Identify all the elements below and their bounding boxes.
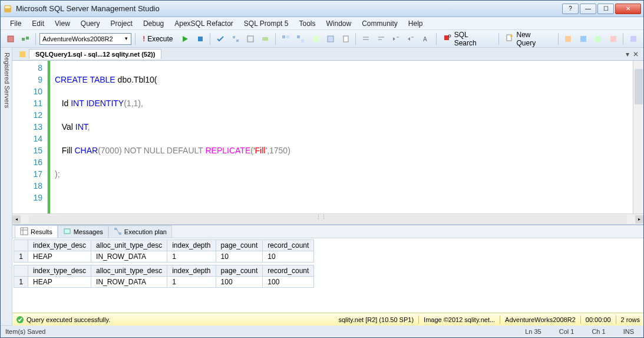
separator <box>355 33 356 45</box>
col-header[interactable]: index_type_desc <box>28 240 91 251</box>
table-row[interactable]: 1 HEAP IN_ROW_DATA 1 10 10 <box>14 251 314 262</box>
svg-rect-2 <box>8 36 14 42</box>
svg-rect-11 <box>282 35 285 38</box>
include-plan-icon[interactable] <box>279 32 292 45</box>
query-options-icon[interactable] <box>244 32 256 45</box>
col-header[interactable]: page_count <box>216 265 263 277</box>
results-to-grid-icon[interactable] <box>325 32 337 45</box>
svg-rect-35 <box>630 36 636 42</box>
menu-edit[interactable]: Edit <box>27 18 49 29</box>
menu-window[interactable]: Window <box>321 18 356 29</box>
ch-indicator: Ch 1 <box>592 328 605 335</box>
svg-rect-14 <box>301 40 304 42</box>
tab-close-icon[interactable]: ✕ <box>633 50 639 58</box>
svg-rect-16 <box>328 36 333 42</box>
col-header[interactable]: index_depth <box>167 265 216 277</box>
rownum-cell: 1 <box>14 277 28 288</box>
svg-rect-13 <box>297 35 300 38</box>
new-query-icon <box>506 34 514 44</box>
sidebar-tab-registered[interactable]: Registered Servers <box>2 50 12 326</box>
col-header[interactable]: alloc_unit_type_desc <box>91 265 167 277</box>
sidebar: Registered Servers Object Explorer Solut… <box>1 48 12 326</box>
code-content[interactable]: CREATE TABLE dbo.Tbl10( Id INT IDENTITY(… <box>50 61 643 214</box>
menu-tools[interactable]: Tools <box>294 18 320 29</box>
results-to-text-icon[interactable] <box>309 32 322 45</box>
outdent-icon[interactable] <box>405 32 417 45</box>
col-header[interactable]: page_count <box>216 240 263 251</box>
database-name: AdventureWorks2008R2 <box>42 35 113 42</box>
menu-help[interactable]: Help <box>404 18 428 29</box>
close-button[interactable]: ✕ <box>615 4 641 14</box>
results-tab-results[interactable]: Results <box>15 225 58 238</box>
col-header[interactable]: alloc_unit_type_desc <box>91 240 167 251</box>
search-icon <box>444 34 452 44</box>
titlebar[interactable]: Microsoft SQL Server Management Studio ?… <box>1 1 643 17</box>
menu-debug[interactable]: Debug <box>138 18 169 29</box>
sidebar-label: Object Explorer <box>1 52 1 97</box>
menu-query[interactable]: Query <box>76 18 105 29</box>
execute-button[interactable]: ! Execute <box>139 34 176 44</box>
toolbar-icon-a[interactable] <box>562 32 574 45</box>
minimize-button[interactable]: — <box>580 4 596 14</box>
change-connection-icon[interactable] <box>19 32 31 45</box>
separator <box>35 33 36 45</box>
scroll-thumb[interactable] <box>635 69 643 104</box>
indent-icon[interactable] <box>389 32 402 45</box>
toolbar-icon-1[interactable] <box>4 32 16 45</box>
menu-community[interactable]: Community <box>357 18 402 29</box>
separator <box>210 33 210 45</box>
tab-dropdown-icon[interactable]: ▾ <box>626 50 629 58</box>
stop-icon[interactable] <box>194 32 206 45</box>
menu-view[interactable]: View <box>50 18 75 29</box>
scroll-right-icon[interactable]: ▸ <box>635 215 643 224</box>
line-num: 15 <box>12 145 42 156</box>
status-message: Query executed successfully. <box>27 316 110 323</box>
specify-values-icon[interactable]: A <box>420 32 432 45</box>
success-icon <box>16 316 24 324</box>
toolbar-icon-c[interactable] <box>592 32 604 45</box>
maximize-button[interactable]: ☐ <box>597 4 614 14</box>
toolbar-icon-e[interactable] <box>627 32 639 45</box>
status-server: sqlity.net [R2] (10.50 SP1) <box>338 316 414 323</box>
estimated-plan-icon[interactable] <box>229 32 242 45</box>
results-tab-execplan[interactable]: Execution plan <box>108 225 172 238</box>
comment-icon[interactable] <box>359 32 372 45</box>
code-editor[interactable]: 8 9 10 11 12 13 14 15 16 17 18 19 CREATE… <box>12 61 643 214</box>
document-tab[interactable]: SQLQuery1.sql - sql...12 sqlity.net (52)… <box>29 49 161 59</box>
help-button[interactable]: ? <box>562 4 579 14</box>
scroll-track[interactable]: ⋮⋮ <box>29 215 627 224</box>
svg-line-43 <box>117 229 119 234</box>
col-header[interactable]: record_count <box>263 240 314 251</box>
parse-icon[interactable] <box>214 32 226 45</box>
database-selector[interactable]: AdventureWorks2008R2 ▼ <box>39 33 131 45</box>
rownum-cell: 1 <box>14 251 28 262</box>
menu-project[interactable]: Project <box>106 18 137 29</box>
horizontal-scrollbar[interactable]: ◂ ⋮⋮ ▸ <box>12 214 643 224</box>
line-indicator: Ln 35 <box>525 328 541 335</box>
sidebar-tab-object-explorer[interactable]: Object Explorer <box>1 50 2 326</box>
menu-sqlprompt[interactable]: SQL Prompt 5 <box>239 18 293 29</box>
results-to-file-icon[interactable] <box>339 32 352 45</box>
cell: IN_ROW_DATA <box>91 251 167 262</box>
intellisense-icon[interactable] <box>259 32 272 45</box>
dropdown-caret-icon: ▼ <box>124 36 128 41</box>
include-stats-icon[interactable] <box>295 32 307 45</box>
app-icon <box>3 4 12 14</box>
results-tab-messages[interactable]: Messages <box>58 225 108 238</box>
col-header[interactable]: record_count <box>263 265 314 277</box>
svg-rect-36 <box>19 51 25 57</box>
col-header[interactable]: index_depth <box>167 240 216 251</box>
new-query-button[interactable]: New Query <box>502 29 554 48</box>
uncomment-icon[interactable] <box>375 32 387 45</box>
toolbar-icon-d[interactable] <box>607 32 619 45</box>
menu-apexsql[interactable]: ApexSQL Refactor <box>170 18 238 29</box>
toolbar-icon-b[interactable] <box>577 32 589 45</box>
vertical-scrollbar[interactable] <box>633 61 643 214</box>
sql-search-button[interactable]: SQL Search <box>440 29 495 48</box>
table-row[interactable]: 1 HEAP IN_ROW_DATA 1 100 100 <box>14 277 314 288</box>
play-icon[interactable] <box>179 32 191 45</box>
col-header[interactable]: index_type_desc <box>28 265 91 277</box>
code-line: Id INT IDENTITY(1,1), <box>55 97 639 109</box>
scroll-left-icon[interactable]: ◂ <box>12 215 21 224</box>
menu-file[interactable]: File <box>5 18 26 29</box>
